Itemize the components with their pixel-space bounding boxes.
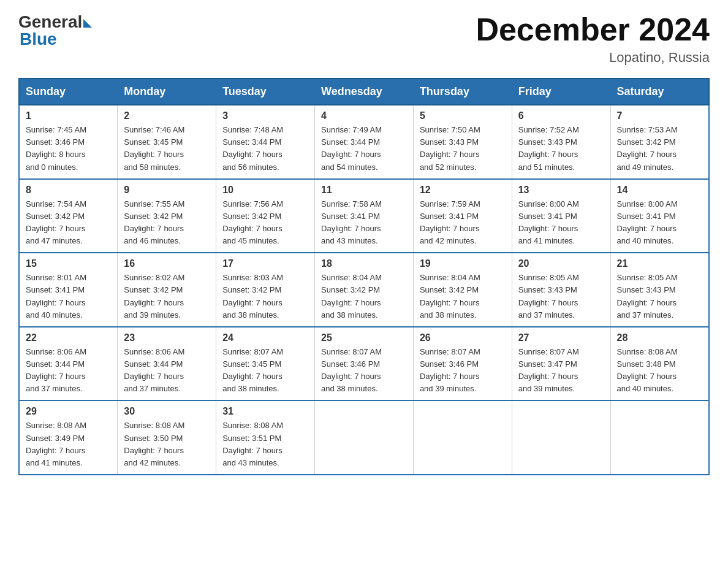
calendar-cell: 18 Sunrise: 8:04 AM Sunset: 3:42 PM Dayl… [315,253,414,327]
day-info: Sunrise: 8:03 AM Sunset: 3:42 PM Dayligh… [222,272,308,321]
minutes-text: and 45 minutes. [222,236,279,245]
sunrise-text: Sunrise: 8:06 AM [26,347,86,356]
sunrise-text: Sunrise: 7:52 AM [518,125,579,134]
calendar-week-row: 15 Sunrise: 8:01 AM Sunset: 3:41 PM Dayl… [19,253,709,327]
calendar-cell: 10 Sunrise: 7:56 AM Sunset: 3:42 PM Dayl… [216,179,315,253]
day-number: 10 [222,185,308,196]
day-info: Sunrise: 7:52 AM Sunset: 3:43 PM Dayligh… [518,124,604,174]
sunrise-text: Sunrise: 8:08 AM [26,421,86,430]
daylight-text: Daylight: 7 hours [26,372,86,381]
day-info: Sunrise: 8:04 AM Sunset: 3:42 PM Dayligh… [321,272,407,321]
minutes-text: and 38 minutes. [321,384,378,393]
daylight-text: Daylight: 7 hours [222,298,282,307]
sunset-text: Sunset: 3:44 PM [321,137,380,147]
day-info: Sunrise: 8:08 AM Sunset: 3:51 PM Dayligh… [222,419,308,469]
daylight-text: Daylight: 7 hours [518,372,578,381]
sunset-text: Sunset: 3:41 PM [518,212,577,221]
sunset-text: Sunset: 3:45 PM [222,359,281,369]
day-number: 22 [26,332,111,343]
minutes-text: and 54 minutes. [321,163,378,172]
calendar-week-row: 8 Sunrise: 7:54 AM Sunset: 3:42 PM Dayli… [19,179,709,253]
day-info: Sunrise: 7:49 AM Sunset: 3:44 PM Dayligh… [321,124,407,174]
daylight-text: Daylight: 7 hours [420,298,480,307]
minutes-text: and 49 minutes. [617,163,674,172]
day-number: 25 [321,332,407,343]
calendar-cell: 9 Sunrise: 7:55 AM Sunset: 3:42 PM Dayli… [118,179,216,253]
daylight-text: Daylight: 7 hours [420,372,480,381]
daylight-text: Daylight: 7 hours [124,298,184,307]
sunrise-text: Sunrise: 8:05 AM [518,273,579,282]
sunset-text: Sunset: 3:42 PM [26,212,85,221]
calendar-cell: 16 Sunrise: 8:02 AM Sunset: 3:42 PM Dayl… [118,253,216,327]
sunrise-text: Sunrise: 8:08 AM [222,421,283,430]
sunrise-text: Sunrise: 8:07 AM [420,347,480,356]
day-info: Sunrise: 8:07 AM Sunset: 3:46 PM Dayligh… [420,346,506,396]
minutes-text: and 56 minutes. [222,163,279,172]
day-number: 9 [124,185,210,196]
sunset-text: Sunset: 3:51 PM [222,434,281,443]
sunset-text: Sunset: 3:41 PM [321,212,380,221]
sunrise-text: Sunrise: 8:03 AM [222,273,283,282]
daylight-text: Daylight: 7 hours [617,298,677,307]
minutes-text: and 52 minutes. [420,163,477,172]
day-info: Sunrise: 8:07 AM Sunset: 3:45 PM Dayligh… [222,346,308,396]
day-info: Sunrise: 8:05 AM Sunset: 3:43 PM Dayligh… [518,272,604,321]
day-number: 18 [321,258,407,269]
sunrise-text: Sunrise: 8:06 AM [124,347,184,356]
minutes-text: and 41 minutes. [518,236,575,245]
day-number: 20 [518,258,604,269]
calendar-cell: 27 Sunrise: 8:07 AM Sunset: 3:47 PM Dayl… [512,327,610,401]
sunset-text: Sunset: 3:43 PM [420,137,479,147]
day-number: 29 [26,406,111,417]
minutes-text: and 37 minutes. [518,310,575,320]
calendar-cell: 20 Sunrise: 8:05 AM Sunset: 3:43 PM Dayl… [512,253,610,327]
sunset-text: Sunset: 3:41 PM [420,212,479,221]
location-title: Lopatino, Russia [476,50,710,66]
day-number: 5 [420,110,506,121]
daylight-text: Daylight: 7 hours [222,446,282,455]
minutes-text: and 43 minutes. [222,458,279,467]
month-title: December 2024 [476,12,710,47]
day-info: Sunrise: 7:55 AM Sunset: 3:42 PM Dayligh… [124,198,210,248]
day-info: Sunrise: 7:54 AM Sunset: 3:42 PM Dayligh… [26,198,111,248]
day-number: 19 [420,258,506,269]
logo-blue-text: Blue [20,29,57,49]
sunrise-text: Sunrise: 8:07 AM [518,347,579,356]
day-info: Sunrise: 7:46 AM Sunset: 3:45 PM Dayligh… [124,124,210,174]
sunset-text: Sunset: 3:44 PM [26,359,85,369]
day-info: Sunrise: 8:00 AM Sunset: 3:41 PM Dayligh… [518,198,604,248]
sunset-text: Sunset: 3:45 PM [124,137,183,147]
sunrise-text: Sunrise: 8:08 AM [124,421,184,430]
day-info: Sunrise: 7:56 AM Sunset: 3:42 PM Dayligh… [222,198,308,248]
header-thursday: Thursday [413,79,512,105]
header-monday: Monday [118,79,216,105]
day-info: Sunrise: 8:07 AM Sunset: 3:46 PM Dayligh… [321,346,407,396]
sunset-text: Sunset: 3:42 PM [617,137,676,147]
day-number: 2 [124,110,210,121]
sunset-text: Sunset: 3:41 PM [26,285,85,294]
sunrise-text: Sunrise: 8:00 AM [518,199,579,209]
daylight-text: Daylight: 7 hours [420,224,480,233]
day-number: 17 [222,258,308,269]
daylight-text: Daylight: 7 hours [124,150,184,159]
logo-arrow-icon [83,19,92,28]
day-info: Sunrise: 8:02 AM Sunset: 3:42 PM Dayligh… [124,272,210,321]
calendar-cell [610,400,709,475]
day-number: 13 [518,185,604,196]
sunset-text: Sunset: 3:44 PM [124,359,183,369]
minutes-text: and 38 minutes. [222,310,279,320]
sunrise-text: Sunrise: 7:46 AM [124,125,184,134]
calendar-cell: 24 Sunrise: 8:07 AM Sunset: 3:45 PM Dayl… [216,327,315,401]
minutes-text: and 40 minutes. [617,236,674,245]
sunrise-text: Sunrise: 8:00 AM [617,199,678,209]
daylight-text: Daylight: 8 hours [26,150,86,159]
day-number: 3 [222,110,308,121]
minutes-text: and 39 minutes. [518,384,575,393]
minutes-text: and 47 minutes. [26,236,83,245]
day-number: 7 [617,110,702,121]
sunset-text: Sunset: 3:47 PM [518,359,577,369]
sunrise-text: Sunrise: 8:07 AM [222,347,283,356]
minutes-text: and 51 minutes. [518,163,575,172]
daylight-text: Daylight: 7 hours [222,372,282,381]
day-info: Sunrise: 7:50 AM Sunset: 3:43 PM Dayligh… [420,124,506,174]
